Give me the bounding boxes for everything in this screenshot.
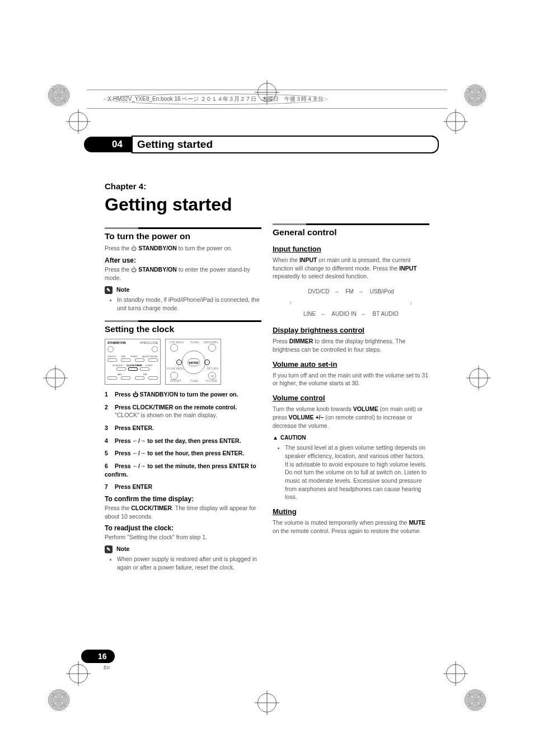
- heading-input-function: Input function: [273, 244, 429, 254]
- heading-power-on: To turn the power on: [105, 230, 261, 242]
- step-5: 5Press ←/→ to set the hour, then press E…: [105, 449, 261, 458]
- pencil-icon: [105, 545, 113, 554]
- remote-button: [135, 358, 144, 362]
- chapter-label: Chapter 4:: [105, 180, 261, 192]
- step-2-desc: "CLOCK" is shown on the main display.: [115, 411, 261, 419]
- remote-label-standby: STANDBY/ON: [107, 341, 126, 345]
- crosshair-mark: [69, 112, 88, 131]
- crosshair-mark: [46, 368, 65, 388]
- paragraph: Press the CLOCK/TIMER. The time display …: [105, 504, 261, 520]
- remote-button: [170, 372, 178, 380]
- note-label: Note: [116, 286, 129, 293]
- step-7: 7Press ENTER: [105, 483, 261, 491]
- subheading-confirm-time: To confirm the time display:: [105, 494, 261, 504]
- note-block: Note: [105, 286, 261, 295]
- power-icon: [131, 266, 137, 273]
- chapter-tab-title: Getting started: [132, 136, 439, 153]
- paragraph: Turn the volume knob towards VOLUME (on …: [273, 405, 429, 430]
- remote-button-clock-timer: [128, 367, 138, 371]
- step-2: 2Press CLOCK/TIMER on the remote control…: [105, 403, 261, 412]
- flow-node: AUDIO IN: [331, 311, 356, 317]
- flow-node: FM: [345, 288, 353, 295]
- arrow-up-icon: ↑: [289, 297, 292, 309]
- remote-enter-button: ENTER: [188, 358, 200, 366]
- note-item: In standby mode, if iPod/iPhone/iPad is …: [117, 296, 261, 312]
- input-flow-diagram: DVD/CD→ FM→ USB/iPod ↑ ↓ LINE← AUDIO IN←…: [273, 286, 429, 320]
- step-1: 1Press STANDBY/ON to turn the power on.: [105, 390, 261, 399]
- right-column: General control Input function When the …: [273, 180, 429, 655]
- remote-button: [135, 376, 144, 380]
- remote-button: [121, 358, 130, 362]
- crosshair-mark: [446, 112, 465, 131]
- paragraph: If you turn off and on the main unit wit…: [273, 371, 429, 388]
- caution-label: CAUTION: [273, 434, 429, 442]
- remote-button: [208, 344, 216, 352]
- note-label: Note: [116, 545, 129, 552]
- remote-button: [140, 367, 149, 371]
- book-header: X-HM32V_YXE8_En.book 16 ページ ２０１４年３月２７日 木…: [87, 90, 447, 109]
- caution-item: The sound level at a given volume settin…: [285, 444, 429, 501]
- page-content: Chapter 4: Getting started To turn the p…: [105, 180, 429, 655]
- heading-display-brightness: Display brightness control: [273, 325, 429, 335]
- section-divider: [273, 223, 429, 225]
- note-item: When power supply is restored after unit…: [117, 555, 261, 571]
- step-3: 3Press ENTER.: [105, 424, 261, 432]
- arrow-left-icon: ←: [176, 360, 182, 365]
- remote-button: [152, 346, 158, 352]
- power-icon: [131, 245, 137, 251]
- heading-volume-auto: Volume auto set-in: [273, 360, 429, 370]
- step-6: 6Press ←/→ to set the minute, then press…: [105, 462, 261, 478]
- left-column: Chapter 4: Getting started To turn the p…: [105, 180, 261, 655]
- flow-node: BT AUDIO: [373, 311, 399, 317]
- subheading-after-use: After use:: [105, 256, 261, 265]
- remote-button: [107, 346, 114, 352]
- note-list: In standby mode, if iPod/iPhone/iPad is …: [117, 296, 261, 312]
- print-registration-mark: [464, 84, 486, 106]
- arrow-left-icon: ←: [361, 311, 367, 317]
- crosshair-mark: [446, 664, 465, 683]
- section-divider: [105, 227, 261, 229]
- remote-label-openclose: OPEN/CLOSE: [139, 341, 158, 345]
- heading-general-control: General control: [273, 226, 429, 239]
- arrow-right-icon: →: [204, 360, 210, 365]
- heading-setting-clock: Setting the clock: [105, 323, 261, 335]
- power-icon: [133, 391, 138, 398]
- paragraph: Press the STANDBY/ON to enter the power …: [105, 265, 261, 282]
- remote-button: [116, 367, 126, 371]
- remote-diagram: STANDBY/ON OPEN/CLOSE DVD/CD USB TUNER A…: [105, 339, 261, 385]
- caution-list: The sound level at a given volume settin…: [285, 444, 429, 501]
- arrow-left-icon: ←: [320, 311, 326, 317]
- subheading-readjust: To readjust the clock:: [105, 524, 261, 533]
- book-header-text: X-HM32V_YXE8_En.book 16 ページ ２０１４年３月２７日 木…: [104, 94, 327, 105]
- remote-button: [107, 358, 117, 362]
- remote-nav-panel: TOP MENU TUNE+ MENU/PBC ENTER ← → ⟲ HOME…: [165, 339, 221, 385]
- note-block: Note: [105, 545, 261, 554]
- note-list: When power supply is restored after unit…: [117, 555, 261, 571]
- chapter-number-pill: 04: [84, 137, 133, 152]
- chapter-tab: 04 Getting started: [84, 136, 439, 153]
- arrow-right-icon: →: [358, 288, 364, 295]
- remote-button: [170, 344, 178, 352]
- print-registration-mark: [48, 84, 70, 106]
- paragraph: Perform "Setting the clock" from step 1.: [105, 533, 261, 542]
- page-number: 16: [81, 650, 115, 663]
- paragraph: The volume is muted temporarily when pre…: [273, 519, 429, 535]
- crosshair-mark: [257, 693, 277, 712]
- flow-node: LINE: [303, 311, 316, 317]
- crosshair-mark: [469, 368, 488, 388]
- section-divider: [105, 320, 261, 322]
- heading-volume-control: Volume control: [273, 393, 429, 403]
- flow-node: DVD/CD: [308, 288, 329, 295]
- flow-node: USB/iPod: [370, 288, 394, 295]
- remote-buttons-panel: STANDBY/ON OPEN/CLOSE DVD/CD USB TUNER A…: [105, 339, 161, 385]
- arrow-down-icon: ↓: [410, 297, 413, 309]
- remote-button: [148, 376, 158, 380]
- paragraph: Press the STANDBY/ON to turn the power o…: [105, 244, 261, 253]
- paragraph: When the INPUT on main unit is pressed, …: [273, 256, 429, 281]
- arrow-right-icon: →: [334, 288, 339, 295]
- step-4: 4Press ←/→ to set the day, then press EN…: [105, 437, 261, 445]
- remote-button: [148, 358, 158, 362]
- crosshair-mark: [69, 664, 88, 683]
- chapter-title: Getting started: [105, 192, 261, 217]
- remote-button: [121, 376, 130, 380]
